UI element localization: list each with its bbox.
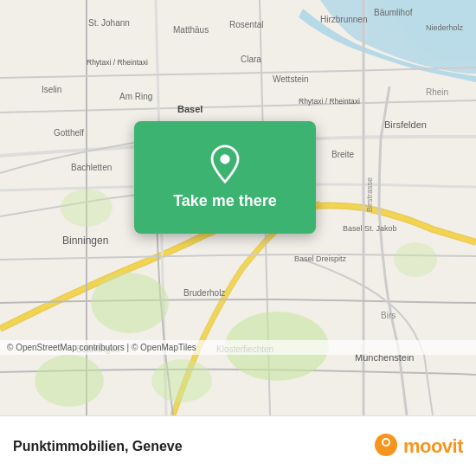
svg-text:Rosental: Rosental [229,20,263,29]
svg-text:Rhytaxi / Rheintaxi: Rhytaxi / Rheintaxi [299,97,360,106]
svg-text:Breite: Breite [331,150,355,159]
svg-text:Basel St. Jakob: Basel St. Jakob [343,224,397,233]
take-me-there-button[interactable]: Take me there [173,192,277,210]
svg-text:Birs: Birs [381,311,396,320]
svg-text:Birsfelden: Birsfelden [384,119,427,130]
svg-point-34 [220,154,229,164]
svg-text:Basel Dreispitz: Basel Dreispitz [294,254,347,263]
svg-text:Hirzbrunnen: Hirzbrunnen [320,15,367,24]
svg-text:Binningen: Binningen [62,235,108,247]
svg-text:Rhytaxi / Rheintaxi: Rhytaxi / Rheintaxi [87,58,148,67]
moovit-brand-text: moovit [403,435,463,458]
bottom-bar: Punktimmobilien, Geneve moovit [0,415,476,476]
svg-text:Gotthelf: Gotthelf [54,128,84,138]
svg-point-37 [383,440,389,445]
copyright-text: © OpenStreetMap contributors | © OpenMap… [7,343,196,352]
svg-text:Bachletten: Bachletten [71,163,112,172]
svg-point-6 [394,242,437,277]
overlay-card[interactable]: Take me there [134,121,316,234]
svg-text:Am Ring: Am Ring [119,92,152,101]
svg-point-4 [151,359,212,402]
svg-text:Bruderholz: Bruderholz [183,288,225,298]
moovit-pin-icon [372,433,400,460]
svg-text:Bäumlihof: Bäumlihof [374,8,413,17]
map-container: St. Johann Matthäus Rosental Hirzbrunnen… [0,0,476,415]
svg-text:Rhein: Rhein [426,87,448,97]
svg-point-2 [91,273,169,333]
svg-text:Clara: Clara [241,55,261,64]
svg-text:St. Johann: St. Johann [88,18,130,28]
pin-icon [209,145,241,183]
svg-text:Matthäus: Matthäus [173,25,209,35]
moovit-logo: moovit [372,433,463,460]
svg-text:Birstrasse: Birstrasse [365,177,374,212]
svg-point-3 [35,355,104,407]
svg-text:Iselin: Iselin [42,85,61,94]
location-name: Punktimmobilien, Geneve [13,439,183,454]
copyright-bar: © OpenStreetMap contributors | © OpenMap… [0,340,476,355]
svg-point-5 [61,189,113,227]
svg-text:Basel: Basel [177,104,203,114]
svg-text:Niederholz: Niederholz [426,23,464,32]
svg-text:Wettstein: Wettstein [273,74,309,84]
